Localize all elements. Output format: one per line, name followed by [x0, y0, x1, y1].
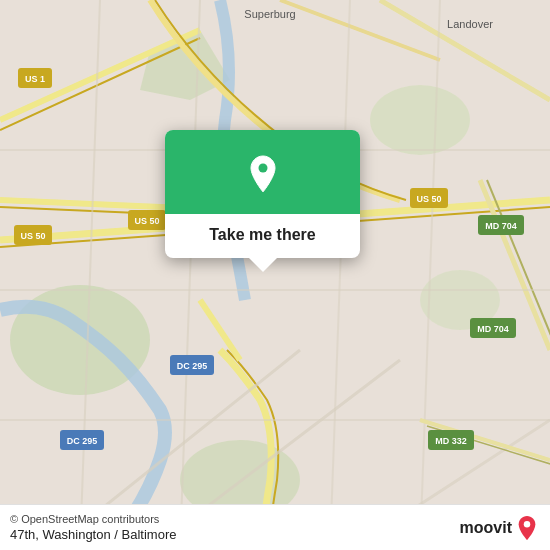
svg-text:DC 295: DC 295 [67, 436, 98, 446]
osm-credit: © OpenStreetMap contributors [10, 513, 176, 525]
svg-text:Superburg: Superburg [244, 8, 295, 20]
svg-text:DC 295: DC 295 [177, 361, 208, 371]
svg-point-3 [370, 85, 470, 155]
moovit-pin-icon [516, 515, 538, 541]
svg-text:US 50: US 50 [20, 231, 45, 241]
location-label: 47th, Washington / Baltimore [10, 527, 176, 542]
svg-text:US 50: US 50 [134, 216, 159, 226]
svg-text:MD 704: MD 704 [485, 221, 517, 231]
bottom-bar: © OpenStreetMap contributors 47th, Washi… [0, 504, 550, 550]
location-pin-icon [241, 152, 285, 196]
popup-card: Take me there [165, 130, 360, 258]
svg-point-49 [524, 521, 531, 528]
map-container[interactable]: US 1 US 50 US 50 US 50 DC 295 DC 295 MD … [0, 0, 550, 550]
svg-text:US 1: US 1 [25, 74, 45, 84]
svg-text:MD 704: MD 704 [477, 324, 509, 334]
map-svg: US 1 US 50 US 50 US 50 DC 295 DC 295 MD … [0, 0, 550, 550]
moovit-logo: moovit [460, 515, 538, 541]
moovit-brand-text: moovit [460, 519, 512, 537]
svg-point-48 [258, 164, 267, 173]
svg-text:MD 332: MD 332 [435, 436, 467, 446]
svg-text:US 50: US 50 [416, 194, 441, 204]
popup-icon-area [165, 130, 360, 214]
svg-text:Landover: Landover [447, 18, 493, 30]
take-me-there-button[interactable]: Take me there [165, 214, 360, 258]
